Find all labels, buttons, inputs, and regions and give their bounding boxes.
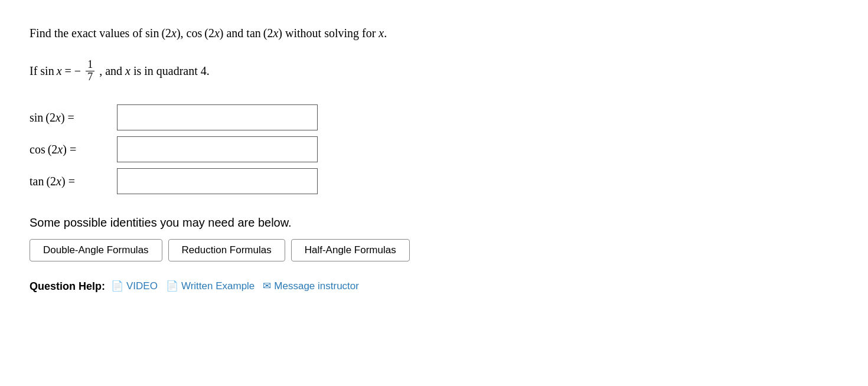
tan-label: tan (2x) = [30, 172, 112, 191]
sin-input[interactable] [117, 104, 318, 130]
written-example-icon: 📄 [166, 278, 178, 294]
message-icon: ✉ [263, 278, 271, 294]
cos-label: cos (2x) = [30, 140, 112, 159]
sin-input-row: sin (2x) = [30, 104, 838, 130]
written-example-link[interactable]: 📄 Written Example [166, 278, 254, 294]
question-text: Find the exact values of sin (2x), cos (… [30, 24, 838, 42]
double-angle-btn[interactable]: Double-Angle Formulas [30, 239, 162, 261]
written-example-text: Written Example [181, 278, 254, 294]
fraction-denominator: 7 [86, 71, 94, 83]
sin-label: sin (2x) = [30, 108, 112, 127]
input-rows: sin (2x) = cos (2x) = tan (2x) = [30, 104, 838, 194]
question-help: Question Help: 📄 VIDEO 📄 Written Example… [30, 278, 838, 295]
video-link-text: VIDEO [126, 278, 158, 294]
cos-input-row: cos (2x) = [30, 136, 838, 162]
formula-buttons: Double-Angle Formulas Reduction Formulas… [30, 239, 838, 261]
question-help-label: Question Help: [30, 278, 105, 295]
condition-text: If sin x = − 1 7 , and x is in quadrant … [30, 59, 838, 83]
half-angle-btn[interactable]: Half-Angle Formulas [291, 239, 410, 261]
reduction-formulas-btn[interactable]: Reduction Formulas [168, 239, 285, 261]
tan-input[interactable] [117, 168, 318, 194]
video-link[interactable]: 📄 VIDEO [111, 278, 158, 294]
message-instructor-link[interactable]: ✉ Message instructor [263, 278, 359, 294]
fraction-numerator: 1 [86, 59, 94, 71]
message-instructor-text: Message instructor [274, 278, 359, 294]
video-icon: 📄 [111, 278, 123, 294]
tan-input-row: tan (2x) = [30, 168, 838, 194]
cos-input[interactable] [117, 136, 318, 162]
identities-label: Some possible identities you may need ar… [30, 213, 838, 232]
